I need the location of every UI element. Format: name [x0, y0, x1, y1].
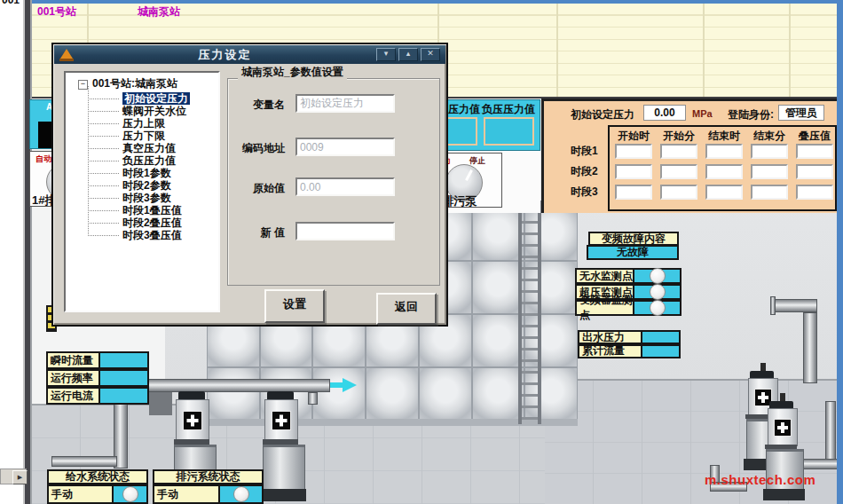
tree-collapse-icon[interactable]: −: [78, 80, 88, 90]
period-col-header: 叠压值: [796, 129, 833, 144]
period-cell[interactable]: [705, 164, 743, 179]
monitor-cell: [633, 284, 681, 300]
monitor-label: 无水监测点: [575, 268, 634, 284]
monitor-row: 变频器监测点: [575, 300, 681, 316]
form-group-frame: 变量名编码地址原始值新 值: [227, 78, 440, 286]
watermark: m.shuxtech.com: [705, 472, 815, 487]
field-label: 原始值: [228, 181, 285, 196]
period-cell[interactable]: [796, 164, 833, 179]
pipe-tank-right-vertical: [803, 312, 817, 383]
mode-cell: [112, 484, 148, 504]
pipe-flange: [770, 296, 776, 315]
table-grid-line: [789, 4, 791, 97]
flow-value: [98, 351, 149, 369]
mode-cell: [218, 484, 264, 504]
flow-label: 运行电流: [46, 387, 100, 405]
monitor-cell: [633, 300, 681, 316]
form-field-row: 新 值: [228, 222, 439, 241]
period-cell[interactable]: [615, 185, 652, 200]
monitor-lamp[interactable]: [650, 284, 666, 300]
period-cell[interactable]: [615, 164, 652, 179]
pump-cap: [769, 401, 793, 408]
monitor-row: 无水监测点: [575, 268, 681, 284]
mode-label: 手动: [47, 484, 114, 504]
period-row-label: 时段3: [571, 185, 598, 200]
tree-item[interactable]: 时段3叠压值: [66, 229, 218, 241]
login-identity-value: 管理员: [778, 105, 824, 121]
form-field-row: 变量名: [228, 94, 439, 114]
system-status-header: 排污系统状态: [153, 469, 264, 484]
field-input-2[interactable]: [295, 138, 395, 156]
field-input-4[interactable]: [295, 222, 395, 240]
period-col-header: 结束时: [705, 129, 743, 144]
system-status-row: 手动: [47, 484, 148, 504]
pump2-knob-pointer: [465, 169, 473, 181]
initial-pressure-label: 初始设定压力: [571, 107, 634, 122]
field-label: 新 值: [228, 225, 285, 240]
mode-lamp[interactable]: [233, 486, 249, 502]
negative-pressure-value: [484, 117, 534, 146]
station-no[interactable]: 001号站: [37, 4, 76, 20]
fault-status: 无故障: [587, 245, 679, 260]
pump-cross-icon: [781, 422, 784, 433]
output-row: 出水压力: [578, 330, 681, 344]
mode-lamp[interactable]: [122, 486, 138, 502]
monitor-panel: 无水监测点超压监测点变频器监测点: [575, 268, 681, 318]
period-cell[interactable]: [660, 185, 697, 200]
scrollbar-right-arrow[interactable]: ▶: [12, 470, 28, 484]
period-col-header: 结束分: [751, 129, 788, 144]
pump-body: [176, 399, 209, 441]
system-status-header: 给水系统状态: [47, 469, 148, 484]
dialog-title: 压力设定: [74, 47, 376, 63]
pump-cross-icon: [191, 414, 194, 426]
pump-pedestal: [763, 489, 805, 500]
field-label: 变量名: [228, 98, 285, 113]
output-value: [641, 344, 681, 358]
station-name[interactable]: 城南泵站: [138, 4, 180, 20]
pressure-unit: MPa: [692, 108, 713, 119]
period-cell[interactable]: [660, 144, 697, 159]
left-display-panel: A: [29, 99, 53, 149]
period-cell[interactable]: [751, 164, 788, 179]
monitor-lamp[interactable]: [650, 300, 666, 316]
pump-cap: [750, 371, 774, 378]
pump-label-icon: [183, 411, 202, 430]
output-label: 出水压力: [578, 330, 642, 344]
set-button[interactable]: 设置: [264, 289, 325, 323]
parameter-tree: −001号站:城南泵站 初始设定压力蝶阀开关水位压力上限压力下限真空压力值负压压…: [64, 71, 220, 312]
monitor-lamp[interactable]: [650, 268, 666, 284]
monitor-cell: [633, 268, 681, 284]
pump-cross-icon: [280, 414, 283, 426]
flow-arrow-icon: [330, 378, 358, 392]
pump-body: [768, 408, 798, 446]
field-input-3[interactable]: [295, 177, 395, 196]
flow-label: 瞬时流量: [46, 351, 100, 369]
period-cell[interactable]: [660, 164, 697, 179]
dialog-icon: [59, 49, 74, 61]
pressure-setting-dialog: 压力设定 ▾ ▴ ✕ −001号站:城南泵站 初始设定压力蝶阀开关水位压力上限压…: [51, 43, 448, 327]
period-cell[interactable]: [705, 144, 743, 159]
period-cell[interactable]: [751, 144, 788, 159]
period-cell[interactable]: [751, 185, 788, 200]
pump-body: [264, 399, 298, 441]
form-field-row: 编码地址: [228, 138, 439, 157]
period-cell[interactable]: [615, 144, 652, 159]
pump-label-icon: [272, 411, 291, 430]
period-cell[interactable]: [705, 185, 743, 200]
close-button[interactable]: ✕: [421, 48, 440, 61]
back-button[interactable]: 返回: [376, 293, 437, 325]
scada-screen: 001 001号站 城南泵站: [0, 0, 843, 504]
dialog-titlebar[interactable]: 压力设定 ▾ ▴ ✕: [54, 45, 445, 64]
period-cell[interactable]: [796, 144, 833, 159]
period-cell[interactable]: [796, 185, 833, 200]
flow-row: 运行电流: [46, 387, 149, 405]
pipe-filters-vertical: [825, 401, 836, 460]
field-input-1[interactable]: [295, 94, 395, 113]
initial-pressure-value: 0.00: [643, 105, 686, 121]
maximize-button[interactable]: ▴: [398, 48, 418, 61]
output-row: 累计流量: [578, 344, 681, 358]
scrollbar-track[interactable]: ▶: [0, 469, 27, 484]
minimize-button[interactable]: ▾: [376, 48, 396, 61]
pipe-tank-right-top: [774, 299, 817, 312]
tank-ladder: [518, 201, 541, 424]
